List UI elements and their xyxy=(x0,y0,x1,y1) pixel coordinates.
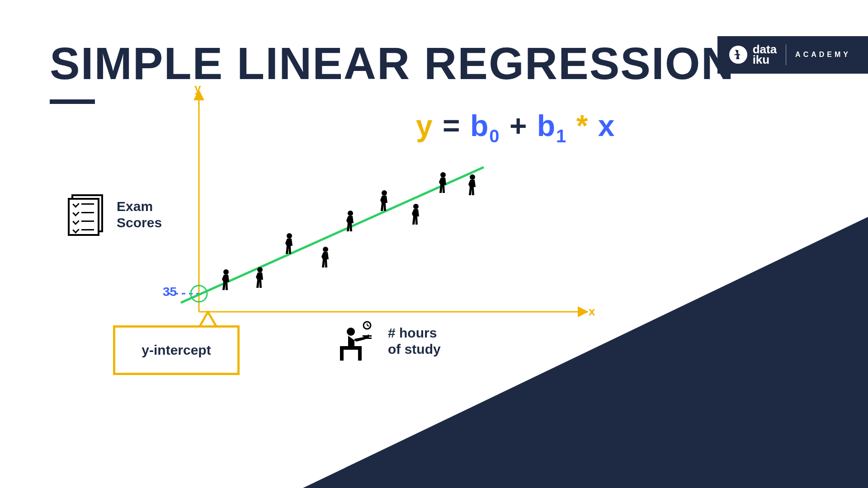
brand-logo: data iku xyxy=(729,44,777,66)
bird-icon xyxy=(729,46,747,64)
svg-rect-4 xyxy=(363,335,372,337)
brand-badge: data iku ACADEMY xyxy=(717,36,868,74)
title-underline xyxy=(50,99,95,104)
brand-academy: ACADEMY xyxy=(795,51,851,59)
y-axis-label-block: ExamScores xyxy=(68,194,162,235)
y-axis-letter: y xyxy=(194,86,201,95)
brand-word-2: iku xyxy=(753,55,777,65)
brand-separator xyxy=(786,44,786,65)
regression-chart: y x xyxy=(158,86,610,325)
svg-line-2 xyxy=(367,325,369,326)
x-axis-letter: x xyxy=(589,305,595,318)
svg-rect-5 xyxy=(363,338,372,339)
scatter-points xyxy=(222,172,476,290)
brand-wordmark: data iku xyxy=(753,44,777,66)
checklist-icon xyxy=(68,194,104,235)
svg-point-3 xyxy=(347,328,355,336)
intercept-label: y-intercept xyxy=(113,325,240,375)
study-icon xyxy=(335,321,375,361)
x-axis-label: # hoursof study xyxy=(388,325,441,357)
page-title: SIMPLE LINEAR REGRESSION xyxy=(50,41,735,86)
x-axis-label-block: # hoursof study xyxy=(335,321,441,361)
y-axis-label: ExamScores xyxy=(117,198,162,231)
